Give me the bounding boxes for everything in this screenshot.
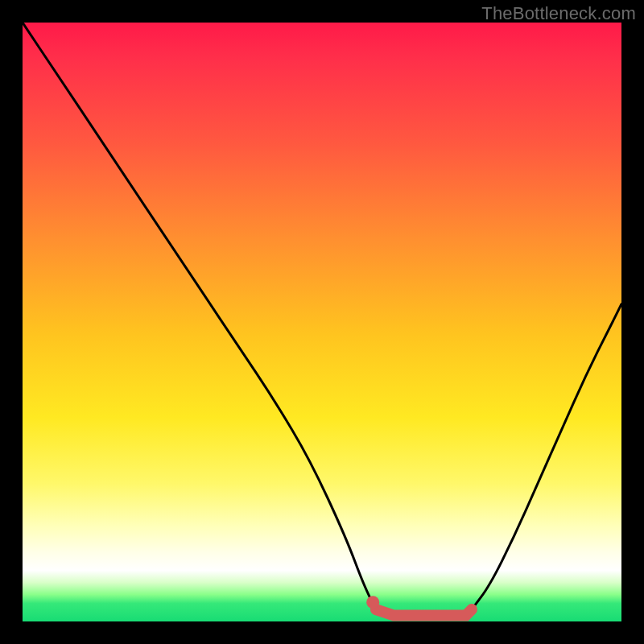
right-curve-path xyxy=(472,304,621,609)
optimal-band-path xyxy=(376,609,472,616)
watermark-text: TheBottleneck.com xyxy=(481,3,636,24)
chart-container: TheBottleneck.com xyxy=(0,0,644,644)
curve-overlay xyxy=(23,23,621,621)
left-curve-path xyxy=(23,23,376,609)
marker-dot xyxy=(366,596,379,609)
plot-area xyxy=(23,23,621,621)
